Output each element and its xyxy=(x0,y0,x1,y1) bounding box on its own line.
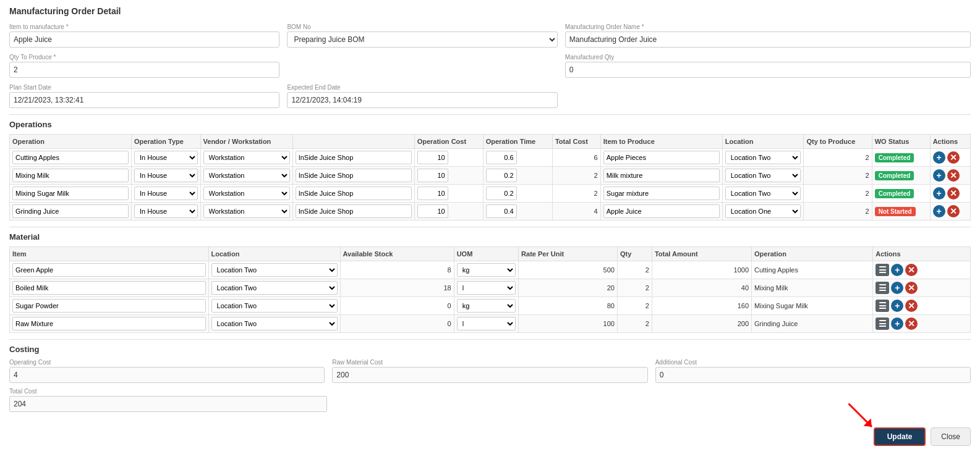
mat-add-button[interactable]: + xyxy=(891,282,903,294)
mat-uom-select[interactable]: kg xyxy=(457,299,516,313)
op-location-select[interactable]: Location Two xyxy=(725,151,801,164)
mat-item-input[interactable] xyxy=(12,317,206,330)
wo-status-badge: Completed xyxy=(875,189,914,198)
mat-add-button[interactable]: + xyxy=(891,317,903,330)
op-qty-cell: 2 xyxy=(804,203,872,221)
op-delete-button[interactable]: ✕ xyxy=(947,151,960,164)
op-workstation-loc-cell xyxy=(292,185,414,203)
op-operation-input[interactable] xyxy=(12,169,129,182)
mat-list-button[interactable]: ☰ xyxy=(876,300,889,312)
op-operation-input[interactable] xyxy=(12,151,129,164)
mat-col-rate: Rate Per Unit xyxy=(519,247,618,261)
op-item-produce-input[interactable] xyxy=(603,151,720,164)
bom-no-group: BOM No Preparing Juice BOM xyxy=(287,23,557,48)
mat-delete-button[interactable]: ✕ xyxy=(905,264,918,276)
mat-item-input[interactable] xyxy=(12,281,206,295)
op-actions-cell: + ✕ xyxy=(930,149,970,167)
op-add-button[interactable]: + xyxy=(933,205,945,217)
op-type-select[interactable]: In House xyxy=(134,151,198,164)
material-section-title: Material xyxy=(9,227,971,242)
mat-delete-button[interactable]: ✕ xyxy=(905,282,918,294)
qty-produce-label: Qty To Produce * xyxy=(9,54,279,61)
op-vendor-select[interactable]: Workstation xyxy=(203,169,290,182)
op-location-select[interactable]: Location Two xyxy=(725,169,801,182)
op-type-cell: In House xyxy=(132,149,201,167)
op-time-input[interactable] xyxy=(486,169,517,182)
op-workstation-loc-input[interactable] xyxy=(296,151,412,164)
item-to-manufacture-input[interactable]: Apple Juice xyxy=(9,32,279,48)
plan-start-input[interactable]: 12/21/2023, 13:32:41 xyxy=(9,92,279,108)
mat-location-select[interactable]: Location Two xyxy=(211,299,338,313)
op-cost-cell xyxy=(414,185,483,203)
col-op-type: Operation Type xyxy=(132,135,201,149)
mat-uom-select[interactable]: l xyxy=(457,317,516,330)
op-cost-input[interactable] xyxy=(417,169,448,182)
op-type-select[interactable]: In House xyxy=(134,187,198,200)
op-add-button[interactable]: + xyxy=(933,169,945,182)
op-item-produce-input[interactable] xyxy=(603,204,720,218)
mat-list-button[interactable]: ☰ xyxy=(876,282,889,294)
op-vendor-select[interactable]: Workstation xyxy=(203,204,290,218)
op-vendor-cell: Workstation xyxy=(200,203,292,221)
raw-material-cost-input[interactable]: 200 xyxy=(332,367,647,383)
op-location-select[interactable]: Location Two xyxy=(725,187,801,200)
op-type-select[interactable]: In House xyxy=(134,204,198,218)
mat-list-button[interactable]: ☰ xyxy=(876,264,889,276)
col-vendor: Vendor / Workstation xyxy=(200,135,292,149)
mat-location-select[interactable]: Location Two xyxy=(211,281,338,295)
op-add-button[interactable]: + xyxy=(933,187,945,200)
bom-no-select[interactable]: Preparing Juice BOM xyxy=(287,32,557,48)
op-time-input[interactable] xyxy=(486,187,517,200)
mat-actions-cell: ☰ + ✕ xyxy=(873,279,971,297)
qty-produce-input[interactable]: 2 xyxy=(9,62,279,78)
mat-uom-select[interactable]: l xyxy=(457,281,516,295)
op-delete-button[interactable]: ✕ xyxy=(947,169,960,182)
op-add-button[interactable]: + xyxy=(933,151,945,164)
mat-add-button[interactable]: + xyxy=(891,300,903,312)
mat-delete-button[interactable]: ✕ xyxy=(905,317,918,330)
op-operation-input[interactable] xyxy=(12,204,129,218)
op-vendor-cell: Workstation xyxy=(200,167,292,185)
op-time-input[interactable] xyxy=(486,204,517,218)
op-cost-input[interactable] xyxy=(417,204,448,218)
mat-item-input[interactable] xyxy=(12,263,206,277)
op-delete-button[interactable]: ✕ xyxy=(947,205,960,217)
op-item-produce-input[interactable] xyxy=(603,187,720,200)
op-location-select[interactable]: Location One xyxy=(725,204,801,218)
mat-location-select[interactable]: Location Two xyxy=(211,317,338,330)
mat-add-button[interactable]: + xyxy=(891,264,903,276)
op-workstation-loc-input[interactable] xyxy=(296,169,412,182)
op-delete-button[interactable]: ✕ xyxy=(947,187,960,200)
operating-cost-input[interactable]: 4 xyxy=(9,367,325,383)
total-cost-input[interactable]: 204 xyxy=(9,396,327,412)
op-item-produce-input[interactable] xyxy=(603,169,720,182)
additional-cost-input[interactable]: 0 xyxy=(655,367,971,383)
close-button[interactable]: Close xyxy=(931,427,971,446)
mat-col-operation: Operation xyxy=(752,247,873,261)
op-workstation-loc-input[interactable] xyxy=(296,204,412,218)
mat-list-button[interactable]: ☰ xyxy=(876,317,889,330)
op-workstation-loc-input[interactable] xyxy=(296,187,412,200)
op-vendor-select[interactable]: Workstation xyxy=(203,187,290,200)
wo-status-badge: Completed xyxy=(875,171,914,180)
update-button[interactable]: Update xyxy=(874,427,926,446)
bom-no-label: BOM No xyxy=(287,23,557,30)
op-type-cell: In House xyxy=(132,185,201,203)
mo-name-group: Manufacturing Order Name * Manufacturing… xyxy=(565,23,971,48)
op-cost-input[interactable] xyxy=(417,151,448,164)
raw-material-cost-label: Raw Material Cost xyxy=(332,359,647,366)
op-cost-input[interactable] xyxy=(417,187,448,200)
op-type-cell: In House xyxy=(132,167,201,185)
manufactured-qty-input[interactable]: 0 xyxy=(565,62,971,78)
op-vendor-select[interactable]: Workstation xyxy=(203,151,290,164)
op-operation-input[interactable] xyxy=(12,187,129,200)
mat-uom-select[interactable]: kg xyxy=(457,263,516,277)
op-type-select[interactable]: In House xyxy=(134,169,198,182)
expected-end-input[interactable]: 12/21/2023, 14:04:19 xyxy=(287,92,557,108)
mat-location-select[interactable]: Location Two xyxy=(211,263,338,277)
op-time-input[interactable] xyxy=(486,151,517,164)
mo-name-input[interactable]: Manufacturing Order Juice xyxy=(565,32,971,48)
mat-item-input[interactable] xyxy=(12,299,206,313)
item-to-manufacture-label: Item to manufacture * xyxy=(9,23,279,30)
mat-delete-button[interactable]: ✕ xyxy=(905,300,918,312)
